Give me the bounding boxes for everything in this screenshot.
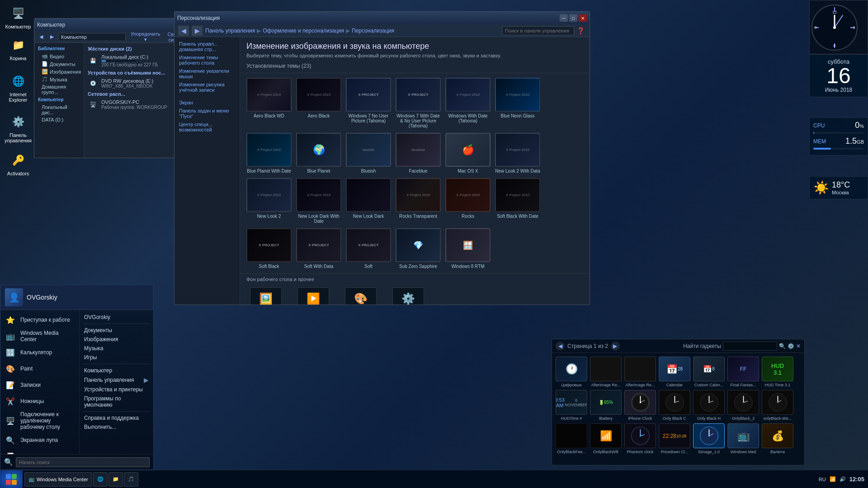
sm-right-controlpanel[interactable]: Панель управления ▶ [80, 375, 153, 385]
cp-close[interactable]: ✕ [579, 14, 587, 22]
gadget-phantom[interactable]: Phantom clock [624, 423, 656, 454]
sm-right-games[interactable]: Игры [80, 353, 153, 362]
gadget-digital[interactable]: 🕐 Цифровые [556, 357, 587, 387]
desktop-icon-controlpanel[interactable]: ⚙️ Панель управления [2, 113, 34, 143]
gadgets-next[interactable]: ▶ [611, 342, 620, 351]
theme-subzero[interactable]: 💎 Sub Zero Sapphire [396, 228, 441, 269]
sm-item-scissors[interactable]: ✂️ Ножницы [0, 393, 79, 409]
clock-taskbar[interactable]: 12:05 [849, 476, 864, 483]
theme-w7-date-nopic[interactable]: X PROJECT Windows 7 With Date & No User … [396, 78, 441, 128]
theme-newlook2-date[interactable]: X Project 2010 New Look 2 With Data [495, 133, 540, 174]
forward-button[interactable]: ▶ [48, 33, 56, 42]
gadget-custom-cal[interactable]: 📅8 Custom Calen... [693, 357, 725, 387]
back-button[interactable]: ◀ [37, 33, 45, 42]
theme-blue-planet-date[interactable]: X Project 2010 Blue Planet With Date [246, 133, 292, 174]
cp-help-button[interactable]: ❓ [577, 27, 586, 34]
sm-item-paint[interactable]: 🎨 Paint [0, 361, 79, 377]
theme-soft-black-date[interactable]: X Project 2010 Soft Black With Date [495, 178, 540, 224]
sm-right-devices[interactable]: Устройства и принтеры [80, 385, 153, 394]
theme-rocks[interactable]: X Project 2010 Rocks [445, 178, 491, 224]
theme-aero-black[interactable]: X Project 2010 Aero Black [296, 78, 341, 128]
toolbar-arrange[interactable]: Упорядочить ▾ [128, 30, 162, 43]
sidebar-item-images[interactable]: 🖼️Изображения [34, 68, 84, 75]
theme-macosx[interactable]: 🍎 Mac OS X [445, 133, 491, 174]
theme-blueish[interactable]: blueish Blueish [346, 133, 391, 174]
taskbar-btn-wmc[interactable]: 📺 Windows Media Center [24, 472, 92, 487]
theme-newlook2[interactable]: X Project 2010 New Look 2 [246, 178, 292, 224]
gadget-onlyblackwifi[interactable]: 📶 OnlyBlackWifi [590, 423, 622, 454]
theme-newlookdark-date[interactable]: X Project 2010 New Look Dark With Date [296, 178, 341, 224]
sm-item-wmc[interactable]: 📺 Windows Media Center [0, 328, 79, 344]
cp-bottom-color[interactable]: 🎨 Цвет о... [341, 287, 380, 305]
cp-bottom-wallpaper[interactable]: 🖼️ Фон Рабочего стола [246, 287, 285, 305]
gadget-final-fantasy[interactable]: FF Final Fantas... [727, 357, 759, 387]
theme-aero-black-wd[interactable]: X Project 2010 Aero Black WD [246, 78, 292, 128]
gadget-hud-time[interactable]: HUD3.1 HUD Time 3.1 [762, 357, 793, 387]
sidebar-item-homegroup[interactable]: Домашняя групп... [34, 83, 84, 96]
sm-item-start[interactable]: ⭐ Приступая к работе [0, 312, 79, 328]
gadget-afterimage1[interactable]: Afterimage Re... [590, 357, 622, 387]
gadgets-settings-icon[interactable]: ⚙️ [788, 343, 794, 349]
taskbar-btn-wmp[interactable]: 🎵 [124, 472, 138, 487]
taskbar-btn-explorer[interactable]: 📁 [108, 472, 123, 487]
sm-right-help[interactable]: Справка и поддержка [80, 413, 153, 422]
theme-w7-no-user[interactable]: X PROJECT Windows 7 No User Picture (Tah… [346, 78, 391, 128]
sidebar-item-docs[interactable]: 📄Документы [34, 60, 84, 68]
theme-soft-black[interactable]: X PROJECT Soft Black [246, 228, 292, 269]
start-search-input[interactable] [16, 457, 150, 467]
gadget-iphone-clock[interactable]: iPhone Clock [624, 390, 656, 421]
sm-right-music[interactable]: Музыка [80, 344, 153, 353]
sidebar-item-video[interactable]: 📹Видео [34, 52, 84, 60]
gadget-hud-time2[interactable]: 9:53 AM6 NOVEMBER HUDTime # [556, 390, 587, 421]
cp-minimize[interactable]: ─ [560, 14, 568, 22]
gadgets-close-icon[interactable]: ✕ [796, 343, 801, 349]
cp-search-input[interactable] [502, 26, 574, 35]
cp-left-theme[interactable]: Изменение темы рабочего стола [175, 53, 240, 67]
gadget-ibattery[interactable]: 🔋65% iBattery [590, 390, 622, 421]
gadget-afterimage2[interactable]: Afterimage Re... [624, 357, 656, 387]
cp-left-account[interactable]: Изменение рисунка учётной записи [175, 80, 240, 94]
sidebar-item-music[interactable]: 🎵Музыка [34, 75, 84, 83]
cp-bottom-slideshow[interactable]: ▶️ Показ слайдов [294, 287, 332, 305]
sidebar-item-localdisk[interactable]: Локальный дис... [34, 103, 84, 116]
cp-left-screen[interactable]: Экран [175, 99, 240, 107]
cp-left-mouse[interactable]: Изменение указатели мыши [175, 67, 240, 80]
taskbar-btn-ie[interactable]: 🌐 [93, 472, 108, 487]
gadget-windows-med[interactable]: 📺 Windows Med [727, 423, 759, 454]
gadget-onlyblack-we[interactable]: onlyBlack-We... [762, 390, 793, 421]
gadget-onlyblackfee[interactable]: OnlyBlackFee... [556, 423, 587, 454]
theme-w7-date[interactable]: X Project 2010 Windows With Date (Tahoma… [445, 78, 491, 128]
cp-left-accessibility[interactable]: Центр специ... возможностей [175, 120, 240, 134]
start-button[interactable] [0, 470, 23, 488]
theme-blue-neon[interactable]: X Project 2010 Blue Neon Glass [495, 78, 540, 128]
desktop-icon-corinna[interactable]: 📁 Корина [2, 36, 34, 61]
sm-item-magnifier[interactable]: 🔍 Экранная лупа [0, 432, 79, 448]
gadget-pricedown[interactable]: 22:2810:28 Pricedown Cl... [659, 423, 690, 454]
desktop-icon-computer[interactable]: 🖥️ Компьютер [2, 5, 34, 29]
sm-item-calc[interactable]: 🔢 Калькулятор [0, 344, 79, 361]
sm-right-images[interactable]: Изображения [80, 335, 153, 344]
gadget-only-black-h[interactable]: Only Black H [693, 390, 725, 421]
sm-right-docs[interactable]: Документы [80, 326, 153, 335]
address-bar[interactable] [59, 33, 126, 41]
cp-forward[interactable]: ▶ [192, 26, 203, 36]
gadget-only-black-c[interactable]: Only Black C [659, 390, 690, 421]
sm-item-solitaire[interactable]: 🃏 Косынка [0, 448, 79, 454]
breadcrumb-appearance[interactable]: Оформление и персонализация [263, 28, 344, 34]
desktop-icon-activators[interactable]: 🔑 Activators [2, 151, 34, 176]
sm-right-computer[interactable]: Компьютер [80, 366, 153, 375]
desktop-icon-ie[interactable]: 🌐 Internet Explorer [2, 72, 34, 103]
theme-rocks-trans[interactable]: X Project 2010 Rocks Transparent [396, 178, 441, 224]
gadgets-search-input[interactable] [723, 342, 777, 351]
cp-back[interactable]: ◀ [178, 26, 189, 36]
cp-bottom-other[interactable]: ⚙️ Друг... [389, 287, 427, 305]
gadget-onlyblack-2[interactable]: OnlyBlack_2 [727, 390, 759, 421]
sm-item-notes[interactable]: 📝 Записки [0, 377, 79, 393]
sm-right-run[interactable]: Выполнить... [80, 422, 153, 432]
cp-left-taskbar[interactable]: Панель задач и меню "Пуск" [175, 107, 240, 120]
gadget-simage[interactable]: Simage_1.0 [693, 423, 725, 454]
sidebar-item-data[interactable]: DATA (D:) [34, 116, 84, 123]
breadcrumb-personalization[interactable]: Персонализация [352, 28, 394, 34]
sm-right-user[interactable]: OVGorskiy [80, 313, 153, 322]
cp-left-home[interactable]: Панель управл... домашняя стр... [175, 40, 240, 53]
